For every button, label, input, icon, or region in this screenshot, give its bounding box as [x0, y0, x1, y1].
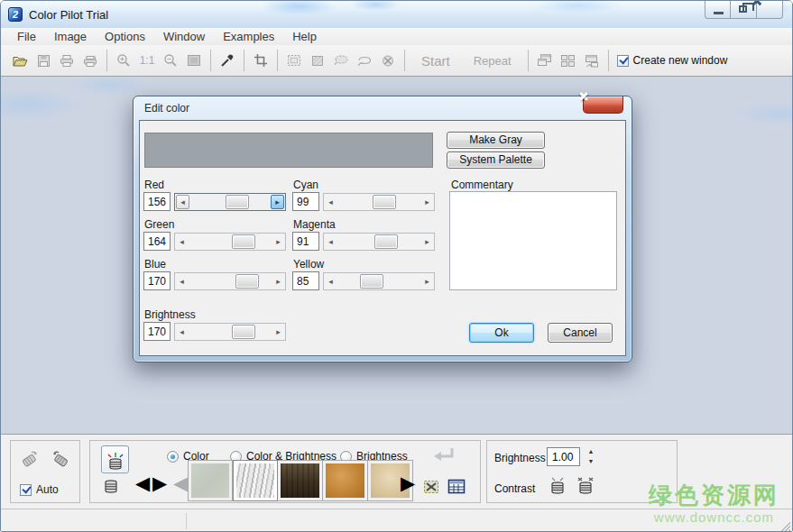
- menu-help[interactable]: Help: [283, 29, 326, 45]
- green-slider[interactable]: ◂ ▸: [174, 233, 286, 251]
- select-filled-rect-button[interactable]: [306, 49, 329, 72]
- select-rect-button[interactable]: [282, 49, 306, 72]
- cancel-button[interactable]: Cancel: [548, 323, 613, 343]
- magenta-value-input[interactable]: [292, 232, 319, 251]
- slider-left-arrow-icon[interactable]: ◂: [176, 195, 189, 209]
- start-button[interactable]: Start: [410, 53, 462, 69]
- tile-windows-icon: [560, 54, 576, 68]
- scroll-right-button[interactable]: ▶: [401, 473, 415, 492]
- save-button[interactable]: [32, 49, 55, 72]
- yellow-slider-thumb[interactable]: [360, 274, 383, 289]
- tile-windows-button[interactable]: [557, 49, 580, 72]
- zoom-out-button[interactable]: [159, 49, 182, 72]
- green-value-input[interactable]: [143, 232, 171, 251]
- next-texture-button[interactable]: ▶: [152, 473, 167, 492]
- auto-option[interactable]: Auto: [20, 483, 59, 496]
- close-button[interactable]: [757, 1, 783, 19]
- slider-right-arrow-icon[interactable]: ▸: [272, 273, 285, 289]
- deselect-button[interactable]: [376, 49, 400, 72]
- save-floppy-icon: [37, 54, 51, 68]
- slider-right-arrow-icon[interactable]: ▸: [272, 324, 285, 340]
- brightness-value-input[interactable]: [143, 322, 171, 341]
- lasso-select-button[interactable]: [329, 49, 353, 72]
- texture-thumbnail-2[interactable]: [233, 460, 278, 501]
- yellow-slider[interactable]: ◂ ▸: [323, 272, 435, 290]
- cyan-slider[interactable]: ◂ ▸: [323, 193, 435, 211]
- texture-thumbnail-4[interactable]: [323, 460, 368, 501]
- undo-color-button[interactable]: [19, 448, 41, 468]
- zoom-in-button[interactable]: [112, 49, 135, 72]
- print-setup-button[interactable]: [78, 49, 102, 72]
- green-slider-thumb[interactable]: [232, 234, 255, 249]
- minimize-button[interactable]: [705, 1, 731, 19]
- slider-right-arrow-icon[interactable]: ▸: [271, 195, 284, 209]
- magenta-slider[interactable]: ◂ ▸: [323, 233, 435, 251]
- slider-right-arrow-icon[interactable]: ▸: [420, 273, 434, 289]
- apply-color-button[interactable]: [101, 445, 129, 473]
- menu-image[interactable]: Image: [45, 29, 96, 45]
- red-slider-thumb[interactable]: [226, 195, 249, 209]
- fit-window-button[interactable]: [182, 49, 206, 72]
- open-folder-icon: [13, 54, 28, 68]
- window-controls: [705, 1, 783, 19]
- brightness-slider-thumb[interactable]: [232, 325, 255, 339]
- repeat-button[interactable]: Repeat: [462, 54, 523, 68]
- slider-right-arrow-icon[interactable]: ▸: [272, 234, 285, 250]
- freehand-lasso-button[interactable]: [353, 49, 376, 72]
- resize-grip[interactable]: [779, 519, 790, 531]
- crop-button[interactable]: [249, 49, 272, 72]
- texture-thumbnail-3[interactable]: [278, 460, 323, 501]
- redo-color-button[interactable]: [50, 448, 71, 468]
- arrange-icons-button[interactable]: [580, 49, 604, 72]
- spin-up-button[interactable]: ▲: [585, 447, 597, 457]
- arrange-icons-icon: [584, 54, 600, 68]
- print-button[interactable]: [55, 49, 78, 72]
- red-slider[interactable]: ◂ ▸: [174, 193, 286, 211]
- apply-return-button[interactable]: [431, 445, 456, 464]
- blue-slider[interactable]: ◂ ▸: [174, 272, 286, 290]
- texture-thumbnail-1[interactable]: [188, 460, 233, 501]
- slider-left-arrow-icon[interactable]: ◂: [324, 194, 337, 210]
- dialog-close-button[interactable]: [583, 96, 623, 114]
- watermark-site-name: 绿色资源网: [649, 480, 779, 511]
- blue-value-input[interactable]: [143, 271, 171, 290]
- create-new-window-option[interactable]: Create new window: [617, 54, 728, 67]
- cyan-slider-thumb[interactable]: [373, 195, 396, 209]
- actual-size-button[interactable]: 1:1: [135, 49, 159, 72]
- eyedropper-button[interactable]: [216, 49, 239, 72]
- blue-slider-thumb[interactable]: [235, 274, 259, 289]
- spin-down-button[interactable]: ▼: [585, 457, 597, 467]
- create-new-window-checkbox[interactable]: [617, 55, 629, 67]
- slider-left-arrow-icon[interactable]: ◂: [175, 324, 189, 340]
- open-button[interactable]: [8, 49, 32, 72]
- make-gray-button[interactable]: Make Gray: [447, 132, 545, 149]
- system-palette-button[interactable]: System Palette: [447, 151, 545, 169]
- texture-table-button[interactable]: [447, 479, 466, 494]
- menu-file[interactable]: File: [8, 29, 45, 45]
- red-value-input[interactable]: [143, 192, 171, 211]
- slider-right-arrow-icon[interactable]: ▸: [420, 234, 434, 250]
- delete-texture-button[interactable]: [422, 479, 440, 495]
- menu-window[interactable]: Window: [154, 29, 214, 45]
- yellow-value-input[interactable]: [292, 271, 319, 290]
- slider-right-arrow-icon[interactable]: ▸: [420, 194, 434, 210]
- magenta-slider-thumb[interactable]: [374, 234, 398, 249]
- prev-texture-button[interactable]: ◀: [135, 473, 150, 492]
- ok-button[interactable]: Ok: [469, 323, 534, 343]
- cyan-value-input[interactable]: [292, 192, 319, 211]
- scroll-left-button[interactable]: ◀: [173, 473, 188, 492]
- auto-checkbox[interactable]: [20, 484, 32, 496]
- menu-examples[interactable]: Examples: [214, 29, 283, 45]
- barrel-tool-button[interactable]: [103, 479, 119, 494]
- cascade-windows-button[interactable]: [533, 49, 557, 72]
- slider-left-arrow-icon[interactable]: ◂: [324, 273, 337, 289]
- slider-left-arrow-icon[interactable]: ◂: [324, 234, 337, 250]
- slider-left-arrow-icon[interactable]: ◂: [175, 273, 189, 289]
- brightness-spinner-input[interactable]: [547, 447, 580, 466]
- increase-contrast-button[interactable]: [576, 475, 595, 495]
- commentary-textarea[interactable]: [449, 191, 617, 290]
- slider-left-arrow-icon[interactable]: ◂: [175, 234, 189, 250]
- decrease-contrast-button[interactable]: [549, 475, 567, 495]
- menu-options[interactable]: Options: [96, 29, 154, 45]
- brightness-slider[interactable]: ◂ ▸: [174, 323, 286, 341]
